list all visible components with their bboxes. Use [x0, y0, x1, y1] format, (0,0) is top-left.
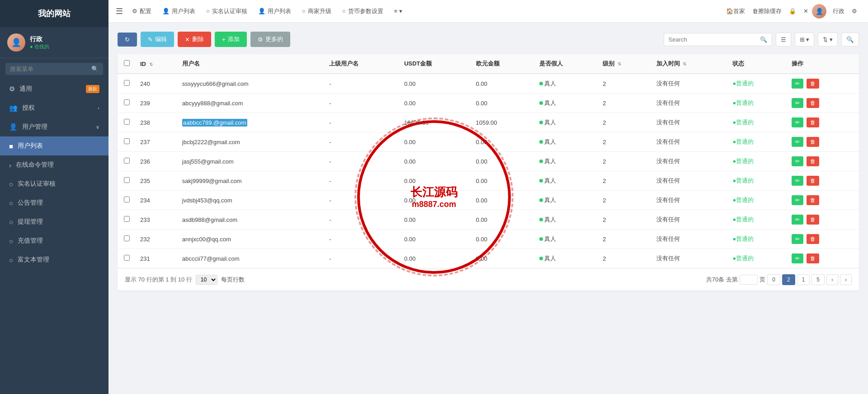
sidebar-item-general[interactable]: ⚙ 通用 新款 — [0, 80, 108, 98]
search-input[interactable] — [669, 36, 760, 43]
row-checkbox-240[interactable] — [124, 80, 130, 86]
edit-row-button-236[interactable]: ✏ — [792, 156, 803, 166]
sidebar-item-realname[interactable]: ○ 实名认证审核 — [0, 174, 108, 193]
table-row: 238 aabbcc789.@gmail.com - 16625.00 1059… — [118, 113, 859, 132]
user2-icon: 👤 — [258, 8, 265, 14]
page-btn-1[interactable]: 1 — [797, 274, 810, 285]
row-checkbox-234[interactable] — [124, 197, 130, 202]
sidebar-search-box[interactable]: 🔍 — [5, 63, 103, 75]
cell-euro-240: 0.00 — [472, 74, 535, 94]
search-menu-input[interactable] — [10, 66, 91, 72]
row-checkbox-235[interactable] — [124, 177, 130, 183]
delete-row-button-233[interactable]: 🗑 — [807, 215, 819, 225]
edit-row-button-233[interactable]: ✏ — [792, 215, 803, 225]
edit-row-button-239[interactable]: ✏ — [792, 98, 803, 108]
page-btn-0[interactable]: 0 — [767, 274, 780, 285]
sort-id-icon[interactable]: ⇅ — [149, 62, 153, 67]
delete-row-button-232[interactable]: 🗑 — [807, 234, 819, 244]
cell-status-233: ●普通的 — [728, 210, 787, 230]
row-checkbox-239[interactable] — [124, 99, 130, 105]
sort-level-icon[interactable]: ⇅ — [618, 61, 621, 66]
col-status: 状态 — [728, 54, 787, 74]
page-next[interactable]: › — [840, 274, 852, 285]
row-checkbox-231[interactable] — [124, 255, 130, 261]
edit-button[interactable]: ✎ 编辑 — [141, 32, 174, 47]
row-checkbox-238[interactable] — [124, 119, 130, 125]
sidebar-item-withdraw[interactable]: ○ 提现管理 — [0, 212, 108, 231]
row-checkbox-237[interactable] — [124, 138, 130, 144]
cell-id-238: 238 — [136, 113, 178, 132]
cell-usdt-239: 0.00 — [400, 94, 472, 113]
row-checkbox-232[interactable] — [124, 235, 130, 241]
search-submit-button[interactable]: 🔍 — [841, 33, 859, 47]
delete-row-button-236[interactable]: 🗑 — [807, 156, 819, 166]
topnav-more[interactable]: ≡ ▾ — [389, 0, 408, 22]
topnav-lock[interactable]: 🔒 — [785, 8, 800, 14]
goto-page-input[interactable] — [740, 275, 758, 285]
refresh-button[interactable]: ↻ — [118, 33, 137, 47]
sidebar-item-recharge[interactable]: ○ 充值管理 — [0, 231, 108, 250]
topnav-currency[interactable]: ○ 货币参数设置 — [337, 0, 389, 22]
edit-row-button-235[interactable]: ✏ — [792, 176, 803, 186]
total-label: 共70条 — [706, 276, 724, 284]
delete-row-button-238[interactable]: 🗑 — [807, 117, 819, 127]
edit-row-button-238[interactable]: ✏ — [792, 117, 803, 127]
table-row: 239 abcyyy888@gmail.com - 0.00 0.00 真人 2… — [118, 94, 859, 113]
status-badge: ●普通的 — [732, 158, 754, 164]
sidebar-item-richtext[interactable]: ○ 富文本管理 — [0, 250, 108, 269]
edit-row-button-234[interactable]: ✏ — [792, 195, 803, 205]
cell-fake-233: 真人 — [535, 210, 598, 230]
filter-button[interactable]: ⇅ ▾ — [818, 33, 838, 47]
search-box-icon: 🔍 — [760, 36, 767, 43]
delete-row-button-231[interactable]: 🗑 — [807, 253, 819, 263]
announcement-icon: ○ — [9, 199, 13, 207]
select-all-checkbox[interactable] — [124, 60, 130, 66]
list-view-button[interactable]: ☰ — [776, 33, 791, 47]
delete-row-button-234[interactable]: 🗑 — [807, 195, 819, 205]
delete-row-button-235[interactable]: 🗑 — [807, 176, 819, 186]
cell-action-236: ✏ 🗑 — [787, 152, 859, 171]
topnav-merchant[interactable]: ○ 商家升级 — [297, 0, 337, 22]
page-btn-current[interactable]: 2 — [782, 274, 795, 285]
hamburger-icon[interactable]: ☰ — [116, 6, 123, 16]
sort-time-icon[interactable]: ⇅ — [683, 61, 686, 66]
edit-row-button-232[interactable]: ✏ — [792, 234, 803, 244]
sidebar-item-auth[interactable]: 👥 授权 ‹ — [0, 98, 108, 117]
search-box[interactable]: 🔍 — [664, 33, 772, 46]
withdraw-icon: ○ — [9, 218, 13, 226]
topnav-clear-cache[interactable]: 🗑 擦除缓存 — [749, 7, 785, 15]
page-btn-5[interactable]: 5 — [811, 274, 825, 285]
row-checkbox-236[interactable] — [124, 158, 130, 164]
cell-status-235: ●普通的 — [728, 171, 787, 191]
user-icon: 👤 — [162, 8, 170, 14]
topnav-config[interactable]: ⚙ 配置 — [127, 0, 157, 22]
sidebar-item-user-mgmt[interactable]: 👤 用户管理 ∨ — [0, 117, 108, 136]
row-checkbox-233[interactable] — [124, 216, 130, 222]
page-size-select[interactable]: 10 20 50 — [196, 275, 217, 285]
sidebar-item-user-list[interactable]: ■ 用户列表 — [0, 136, 108, 155]
topnav-realname[interactable]: ○ 实名认证审核 — [201, 0, 253, 22]
delete-row-button-239[interactable]: 🗑 — [807, 98, 819, 108]
edit-row-button-240[interactable]: ✏ — [792, 79, 803, 89]
grid-view-button[interactable]: ⊞ ▾ — [795, 33, 815, 47]
sidebar-item-announcement[interactable]: ○ 公告管理 — [0, 193, 108, 212]
delete-icon: ✕ — [185, 36, 190, 43]
sidebar-user-section: 👤 行政 在线的 — [0, 27, 108, 58]
topnav-expand[interactable]: ✕ — [800, 8, 812, 14]
topnav-user-list1[interactable]: 👤 用户列表 — [157, 0, 201, 22]
page-prev[interactable]: ‹ — [826, 274, 838, 285]
delete-row-button-240[interactable]: 🗑 — [807, 79, 819, 89]
more-button[interactable]: ⚙ 更多的 — [250, 32, 290, 47]
edit-row-button-237[interactable]: ✏ — [792, 137, 803, 147]
sidebar-item-online-cmd[interactable]: › 在线命令管理 — [0, 155, 108, 174]
topnav-settings[interactable]: ⚙ — [848, 8, 861, 14]
sidebar: 我的网站 👤 行政 在线的 🔍 ⚙ 通用 新款 👥 授权 ‹ 👤 用户管理 ∨ … — [0, 0, 108, 394]
topnav-home[interactable]: 🏠 首家 — [722, 7, 749, 15]
cell-status-237: ●普通的 — [728, 132, 787, 152]
delete-row-button-237[interactable]: 🗑 — [807, 137, 819, 147]
sidebar-menu: ⚙ 通用 新款 👥 授权 ‹ 👤 用户管理 ∨ ■ 用户列表 › 在线命令管理 … — [0, 80, 108, 394]
topnav-user-list2[interactable]: 👤 用户列表 — [253, 0, 297, 22]
edit-row-button-231[interactable]: ✏ — [792, 253, 803, 263]
add-button[interactable]: + 添加 — [215, 32, 247, 47]
delete-button[interactable]: ✕ 删除 — [178, 32, 211, 47]
